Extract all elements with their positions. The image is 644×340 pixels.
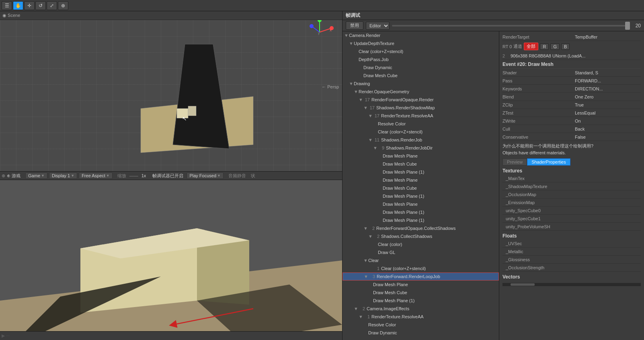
tree-expand-icon[interactable]: ▼ — [354, 89, 359, 94]
tree-row[interactable]: ▼Render.OpaqueGeometry — [343, 88, 499, 96]
preview-tab[interactable]: Preview — [502, 158, 527, 166]
rect-tool-btn[interactable]: ⊕ — [58, 1, 68, 10]
tree-row[interactable]: Draw Mesh Plane — [343, 281, 499, 289]
fd-tree-panel[interactable]: ▼Camera.Render▼UpdateDepthTextureClear (… — [343, 31, 499, 340]
float-list-item[interactable]: _UVSec — [502, 240, 641, 248]
tree-row[interactable]: ▼2Shadows.CollectShadows — [343, 232, 499, 240]
disable-button[interactable]: 禁用 — [346, 21, 363, 30]
texture-list-item[interactable]: _MainTex — [502, 174, 641, 182]
texture-list-item[interactable]: _OcclusionMap — [502, 190, 641, 199]
tree-row[interactable]: Clear (color) — [343, 240, 499, 248]
game-canvas[interactable] — [0, 180, 342, 331]
editor-select[interactable]: Editor — [366, 22, 390, 30]
tree-row[interactable]: Draw Mesh Plane — [343, 200, 499, 208]
menu-icon[interactable]: ☰ — [2, 1, 12, 10]
tree-expand-icon[interactable]: ▼ — [349, 81, 354, 86]
tree-row[interactable]: Draw Mesh Plane — [343, 176, 499, 184]
tree-row[interactable]: Draw Dynamic — [343, 329, 499, 337]
tree-expand-icon[interactable]: ▼ — [373, 145, 378, 150]
texture-list-item[interactable]: unity_ProbeVolumeSH — [502, 223, 641, 231]
tree-expand-icon[interactable]: ▼ — [359, 314, 363, 319]
b-channel-btn[interactable]: B — [561, 43, 570, 50]
detail-value: Standard, S — [575, 70, 598, 75]
texture-list-item[interactable]: _EmissionMap — [502, 199, 641, 207]
tree-expand-icon[interactable]: ▼ — [368, 113, 373, 118]
tree-count: 1 — [363, 314, 370, 319]
tree-expand-icon[interactable]: ▼ — [363, 258, 368, 263]
tree-row[interactable]: ▼17Shadows.RenderShadowMap — [343, 104, 499, 112]
tree-row[interactable]: Draw Mesh Plane (1) — [343, 168, 499, 176]
tree-row[interactable]: Draw Mesh Plane — [343, 152, 499, 160]
detail-row: ZClipTrue — [502, 101, 641, 109]
tree-row[interactable]: Draw Mesh Cube — [343, 160, 499, 168]
tree-row[interactable]: ▼Clear — [343, 256, 499, 264]
tree-row[interactable]: Draw Dynamic — [343, 63, 499, 72]
tree-expand-icon[interactable]: ▼ — [364, 274, 369, 279]
tree-item-label: Draw Mesh Cube — [383, 162, 417, 166]
aspect-select[interactable]: Free Aspect ▼ — [79, 172, 113, 179]
tree-expand-icon[interactable]: ▼ — [359, 97, 363, 102]
h-scrollbar-thumb[interactable] — [511, 283, 535, 286]
play-mode-select[interactable]: Play Focused ▼ — [187, 172, 224, 179]
step-slider[interactable] — [392, 25, 630, 27]
texture-list-item[interactable]: unity_SpecCube1 — [502, 215, 641, 223]
tree-row[interactable]: Draw Mesh Cube — [343, 289, 499, 297]
scene-viewport[interactable]: ↖ y x ← Persp — [0, 20, 342, 171]
tree-expand-icon[interactable]: ▼ — [349, 41, 354, 46]
h-scrollbar[interactable] — [502, 283, 641, 286]
move-tool-btn[interactable]: ✛ — [24, 1, 35, 10]
tree-row[interactable]: DepthPass.Job — [343, 55, 499, 63]
tree-expand-icon[interactable]: ▼ — [354, 306, 359, 311]
game-mode-select[interactable]: Game ▼ — [25, 172, 47, 179]
display-select[interactable]: Display 1 ▼ — [49, 172, 77, 179]
tree-expand-icon[interactable]: ▼ — [368, 137, 373, 142]
g-channel-btn[interactable]: G — [550, 43, 560, 50]
tree-row[interactable]: ▼Camera.Render — [343, 31, 499, 39]
tree-row[interactable]: Draw GL — [343, 248, 499, 256]
tree-item-label: Draw Mesh Cube — [373, 290, 407, 295]
tree-row[interactable]: ▼1RenderTexture.ResolveAA — [343, 313, 499, 321]
tree-row[interactable]: ▼17RenderForwardOpaque.Render — [343, 96, 499, 104]
texture-list-item[interactable]: _ShadowMapTexture — [502, 182, 641, 190]
tree-expand-icon[interactable]: ▼ — [368, 234, 373, 239]
tree-row[interactable]: ▼3RenderForward.RenderLoopJob — [343, 272, 499, 281]
tree-row[interactable]: ▼Drawing — [343, 80, 499, 88]
tree-row[interactable]: Draw Mesh Cube — [343, 184, 499, 192]
tree-row[interactable]: Clear (color+Z+stencil) — [343, 128, 499, 136]
tree-expand-icon[interactable]: ▼ — [344, 33, 349, 38]
rotate-tool-btn[interactable]: ↺ — [35, 1, 46, 10]
tree-item-label: Render.OpaqueGeometry — [359, 89, 409, 94]
tree-row[interactable]: Clear (color+Z+stencil) — [343, 47, 499, 55]
tree-item-label: Draw Dynamic — [368, 330, 397, 335]
tree-row[interactable]: Resolve Color — [343, 321, 499, 329]
channel-all-btn[interactable]: 全部 — [524, 43, 538, 50]
tree-row[interactable]: Draw Mesh Plane (1) — [343, 192, 499, 200]
tree-row[interactable]: Draw Mesh Plane (1) — [343, 208, 499, 216]
detail-row: CullBack — [502, 125, 641, 133]
hand-tool-btn[interactable]: ✋ — [13, 1, 23, 10]
tree-row[interactable]: ▼2RenderForwardOpaque.CollectShadows — [343, 224, 499, 232]
shader-props-tab[interactable]: ShaderProperties — [527, 158, 570, 166]
float-list-item[interactable]: _Metallic — [502, 248, 641, 256]
float-list-item[interactable]: _OcclusionStrength — [502, 264, 641, 272]
tree-row[interactable]: ▼2Camera.ImageEffects — [343, 305, 499, 313]
tree-expand-icon[interactable]: ▼ — [363, 226, 368, 231]
tree-row[interactable]: 1Clear (color+Z+stencil) — [343, 264, 499, 272]
game-view-bar: ⊕ ⊕ 游戏 Game ▼ Display 1 ▼ Free Aspect ▼ … — [0, 171, 342, 180]
zoom-label: 缩放 — [117, 173, 126, 179]
float-list-item[interactable]: _Glossiness — [502, 256, 641, 264]
tree-count: 2 — [373, 234, 379, 239]
r-channel-btn[interactable]: R — [540, 43, 549, 50]
tree-row[interactable]: ▼9Shadows.RenderJobDir — [343, 144, 499, 152]
tree-expand-icon[interactable]: ▼ — [363, 105, 368, 110]
tree-item-label: Draw Mesh Plane (1) — [383, 194, 424, 199]
texture-list-item[interactable]: unity_SpecCube0 — [502, 207, 641, 215]
scale-tool-btn[interactable]: ⤢ — [47, 1, 57, 10]
tree-row[interactable]: Resolve Color — [343, 120, 499, 128]
tree-row[interactable]: ▼UpdateDepthTexture — [343, 39, 499, 47]
tree-row[interactable]: ▼17RenderTexture.ResolveAA — [343, 112, 499, 120]
tree-row[interactable]: Draw Mesh Plane (1) — [343, 297, 499, 305]
tree-row[interactable]: Draw Mesh Cube — [343, 72, 499, 80]
tree-row[interactable]: ▼11Shadows.RenderJob — [343, 136, 499, 144]
tree-row[interactable]: Draw Mesh Plane (1) — [343, 216, 499, 224]
